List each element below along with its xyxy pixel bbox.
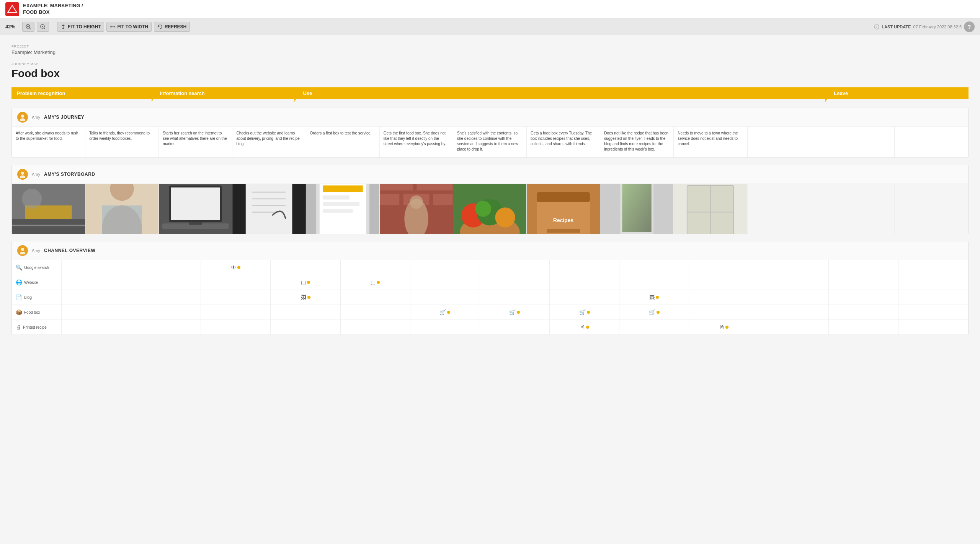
channel-data-cell-1-3: ▢ <box>271 275 340 290</box>
zoom-in-icon <box>26 24 31 29</box>
svg-point-80 <box>20 252 25 254</box>
cart-channel-cell-icon: 🛒 <box>649 309 655 315</box>
fit-height-icon <box>60 24 66 29</box>
toolbar-separator-1 <box>53 22 53 31</box>
storyboard-cell-0 <box>12 184 85 234</box>
window-channel-cell-icon: ▢ <box>301 279 306 285</box>
svg-point-57 <box>410 195 423 209</box>
svg-point-62 <box>495 208 515 228</box>
svg-text:Recipes: Recipes <box>553 217 574 223</box>
channel-data-cell-1-0 <box>62 275 131 290</box>
channel-data-cell-1-9 <box>689 275 759 290</box>
toolbar: 42% FIT TO HEIGHT FIT TO WIDTH <box>0 18 980 35</box>
svg-rect-53 <box>380 193 400 205</box>
channel-data-cell-0-2: 👁 <box>201 260 271 275</box>
channel-data-cell-2-4 <box>341 290 410 305</box>
svg-rect-68 <box>547 229 580 233</box>
channel-data-cell-3-2 <box>201 305 271 320</box>
svg-point-63 <box>475 201 491 217</box>
journey-cell-1: Talks to friends, they recommend to orde… <box>85 127 159 157</box>
globe-channel-icon: 🌐 <box>16 279 22 285</box>
journey-cell-10 <box>748 127 821 157</box>
channel-row-4: 🖨Printed recipe🖹🖹 <box>12 320 968 335</box>
zoom-in-button[interactable] <box>22 22 34 32</box>
recipe-channel-cell-icon: 🖹 <box>719 324 724 330</box>
channel-dot-1-3 <box>307 281 310 284</box>
svg-text:i: i <box>876 26 877 29</box>
amys-journey-panel: Amy AMY'S JOURNEY After work, she always… <box>11 108 969 158</box>
channel-data-cell-4-11 <box>829 320 898 334</box>
image-channel-cell-icon: 🖼 <box>649 294 655 300</box>
journey-cell-11 <box>821 127 895 157</box>
project-title: Example: Marketing <box>11 49 969 55</box>
amys-storyboard-panel: Amy AMY'S STORYBOARD <box>11 165 969 234</box>
amys-journey-header: Amy AMY'S JOURNEY <box>12 108 968 127</box>
channel-data-cell-1-2 <box>201 275 271 290</box>
info-icon: i <box>874 24 879 29</box>
journey-map-section: JOURNEY MAP Food box <box>11 62 969 80</box>
refresh-button[interactable]: REFRESH <box>154 22 190 32</box>
svg-rect-66 <box>537 192 590 202</box>
channel-data-cell-0-11 <box>829 260 898 275</box>
channel-data-cell-2-9 <box>689 290 759 305</box>
journey-cell-7: Gets a food box every Tuesday. The box i… <box>527 127 600 157</box>
channel-name-1: Website <box>24 280 38 285</box>
stage-use: Use <box>294 87 825 99</box>
fit-height-button[interactable]: FIT TO HEIGHT <box>57 22 104 32</box>
svg-point-27 <box>22 189 42 209</box>
svg-point-21 <box>21 172 24 175</box>
svg-rect-34 <box>171 187 220 220</box>
channel-data-cell-2-3: 🖼 <box>271 290 340 305</box>
svg-rect-52 <box>416 184 453 191</box>
journey-cell-3: Checks out the website and learns about … <box>232 127 306 157</box>
storyboard-cell-7: Recipes <box>527 184 600 234</box>
help-button[interactable]: ? <box>964 21 975 32</box>
channel-data-cell-1-11 <box>829 275 898 290</box>
amys-journey-title: AMY'S JOURNEY <box>44 115 84 120</box>
journey-cell-6: She's satisfied with the contents, so sh… <box>453 127 527 157</box>
storyboard-cell-4 <box>306 184 380 234</box>
channel-dot-2-3 <box>307 296 310 299</box>
amys-storyboard-grid: Recipes <box>12 184 968 234</box>
fit-width-button[interactable]: FIT TO WIDTH <box>106 22 151 32</box>
channel-data-cell-4-6 <box>480 320 550 334</box>
channel-data-cell-2-7 <box>550 290 619 305</box>
journey-cell-2: Starts her search on the internet to see… <box>159 127 232 157</box>
channel-data-cell-4-4 <box>341 320 410 334</box>
journey-cell-9: Needs to move to a town where the servic… <box>674 127 747 157</box>
storyboard-cell-11 <box>821 184 895 234</box>
channel-data-cell-1-6 <box>480 275 550 290</box>
project-section: PROJECT Example: Marketing <box>11 44 969 55</box>
amy-storyboard-user: Amy <box>32 172 40 177</box>
journey-map-label: JOURNEY MAP <box>11 62 969 66</box>
channel-dot-3-5 <box>447 311 450 314</box>
svg-marker-11 <box>62 25 65 26</box>
avatar-icon <box>19 113 26 121</box>
channel-data-cell-4-0 <box>62 320 131 334</box>
channel-data-cell-1-12 <box>898 275 968 290</box>
journey-cell-5: Gets the first food box. She does not li… <box>380 127 453 157</box>
stages-row: Problem recognition Information search U… <box>11 87 969 99</box>
channel-data-cell-1-5 <box>410 275 480 290</box>
channel-row-0: 🔍Google search👁 <box>12 260 968 275</box>
channel-data-cell-0-1 <box>131 260 201 275</box>
channel-data-cell-3-8: 🛒 <box>619 305 689 320</box>
svg-rect-38 <box>246 184 292 234</box>
channel-data-cell-2-0 <box>62 290 131 305</box>
channel-dot-2-8 <box>656 296 659 299</box>
channel-data-cell-2-5 <box>410 290 480 305</box>
amys-storyboard-header: Amy AMY'S STORYBOARD <box>12 165 968 184</box>
channel-data-cell-4-7: 🖹 <box>550 320 619 334</box>
channel-data-cell-4-12 <box>898 320 968 334</box>
storyboard-cell-2 <box>159 184 232 234</box>
zoom-out-button[interactable] <box>37 22 49 32</box>
channel-label-4: 🖨Printed recipe <box>12 320 62 334</box>
journey-cell-8: Does not like the recipe that has been s… <box>600 127 674 157</box>
channel-data-cell-2-2 <box>201 290 271 305</box>
channel-data-cell-0-9 <box>689 260 759 275</box>
channel-dot-3-7 <box>587 311 590 314</box>
channel-name-4: Printed recipe <box>23 325 47 329</box>
channel-data-cell-2-8: 🖼 <box>619 290 689 305</box>
amy-avatar <box>17 112 28 123</box>
channel-label-3: 📦Food box <box>12 305 62 320</box>
